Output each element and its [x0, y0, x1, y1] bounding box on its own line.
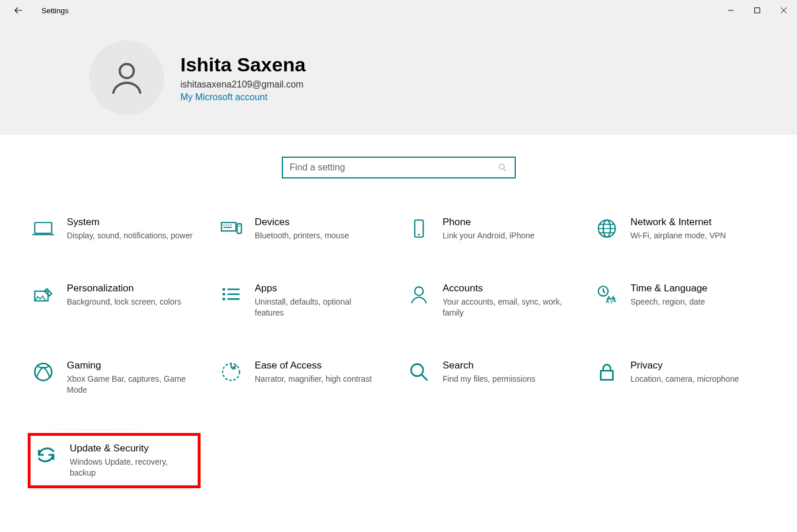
svg-point-18 — [35, 363, 51, 380]
tile-title: System — [67, 216, 192, 228]
svg-rect-0 — [755, 8, 760, 13]
phone-icon — [407, 216, 431, 241]
microsoft-account-link[interactable]: My Microsoft account — [180, 92, 305, 102]
tile-desc: Display, sound, notifications, power — [67, 230, 192, 241]
tile-title: Update & Security — [70, 443, 194, 454]
time-language-icon: A字 — [595, 283, 619, 307]
tile-desc: Speech, region, date — [630, 297, 708, 307]
paint-icon — [31, 283, 55, 307]
tile-desc: Bluetooth, printers, mouse — [255, 230, 349, 241]
tile-desc: Background, lock screen, colors — [67, 297, 181, 307]
svg-rect-13 — [222, 293, 225, 295]
tile-apps[interactable]: Apps Uninstall, defaults, optional featu… — [216, 279, 388, 322]
back-button[interactable] — [7, 0, 30, 21]
tile-search[interactable]: Search Find my files, permissions — [403, 356, 576, 399]
xbox-icon — [31, 360, 55, 384]
tile-time-language[interactable]: A字 Time & Language Speech, region, date — [591, 279, 764, 322]
search-icon — [497, 162, 508, 173]
tile-phone[interactable]: Phone Link your Android, iPhone — [403, 213, 576, 245]
tile-desc: Your accounts, email, sync, work, family — [443, 297, 569, 318]
svg-rect-21 — [601, 371, 613, 380]
minimize-icon — [727, 7, 734, 14]
tile-gaming[interactable]: Gaming Xbox Game Bar, captures, Game Mod… — [28, 356, 201, 399]
tile-update-security[interactable]: Update & Security Windows Update, recove… — [28, 433, 201, 488]
user-header: Ishita Saxena ishitasaxena2109@gmail.com… — [0, 21, 797, 135]
magnifier-icon — [407, 360, 431, 384]
tile-desc: Narrator, magnifier, high contrast — [255, 374, 372, 385]
person-icon — [107, 58, 147, 98]
tile-title: Personalization — [67, 283, 181, 294]
search-input[interactable] — [290, 162, 497, 173]
tile-privacy[interactable]: Privacy Location, camera, microphone — [591, 356, 764, 399]
list-icon — [219, 283, 243, 307]
svg-rect-3 — [35, 223, 51, 234]
tile-desc: Uninstall, defaults, optional features — [255, 297, 381, 318]
tile-title: Gaming — [67, 360, 194, 371]
svg-point-2 — [499, 164, 504, 169]
svg-point-8 — [418, 234, 420, 235]
ease-access-icon — [219, 360, 243, 384]
avatar[interactable] — [89, 40, 164, 115]
back-arrow-icon — [13, 5, 24, 16]
tile-network[interactable]: Network & Internet Wi-Fi, airplane mode,… — [591, 213, 764, 245]
globe-icon — [595, 216, 619, 241]
tile-personalization[interactable]: Personalization Background, lock screen,… — [28, 279, 201, 322]
settings-grid: System Display, sound, notifications, po… — [0, 213, 797, 488]
svg-rect-14 — [222, 298, 225, 300]
keyboard-icon — [219, 216, 243, 241]
maximize-icon — [754, 7, 761, 14]
user-icon — [407, 283, 431, 307]
lock-icon — [595, 360, 619, 384]
close-icon — [780, 7, 787, 14]
tile-desc: Find my files, permissions — [443, 374, 535, 385]
svg-text:A字: A字 — [606, 298, 614, 305]
tile-title: Ease of Access — [255, 360, 372, 371]
tile-title: Apps — [255, 283, 381, 294]
svg-rect-12 — [222, 288, 225, 290]
tile-ease-of-access[interactable]: Ease of Access Narrator, magnifier, high… — [216, 356, 388, 399]
minimize-button[interactable] — [717, 0, 744, 21]
tile-desc: Windows Update, recovery, backup — [70, 457, 194, 478]
maximize-button[interactable] — [744, 0, 770, 21]
laptop-icon — [31, 216, 55, 241]
tile-desc: Wi-Fi, airplane mode, VPN — [630, 230, 726, 241]
svg-point-6 — [239, 226, 240, 227]
svg-point-20 — [411, 364, 423, 376]
tile-desc: Xbox Game Bar, captures, Game Mode — [67, 374, 194, 396]
close-button[interactable] — [770, 0, 797, 21]
tile-title: Time & Language — [630, 283, 708, 294]
tile-desc: Link your Android, iPhone — [443, 230, 535, 241]
sync-icon — [34, 443, 58, 467]
tile-title: Accounts — [443, 283, 569, 294]
svg-point-15 — [415, 287, 424, 295]
titlebar: Settings — [0, 0, 797, 21]
tile-title: Search — [443, 360, 535, 371]
tile-accounts[interactable]: Accounts Your accounts, email, sync, wor… — [403, 279, 576, 322]
svg-rect-5 — [237, 224, 241, 234]
tile-title: Privacy — [630, 360, 739, 371]
user-name: Ishita Saxena — [180, 54, 305, 76]
tile-desc: Location, camera, microphone — [630, 374, 739, 385]
tile-title: Network & Internet — [630, 216, 726, 228]
svg-rect-4 — [221, 223, 236, 231]
app-title: Settings — [41, 6, 69, 15]
svg-point-1 — [120, 64, 134, 78]
tile-system[interactable]: System Display, sound, notifications, po… — [28, 213, 201, 245]
tile-devices[interactable]: Devices Bluetooth, printers, mouse — [216, 213, 388, 245]
search-row — [0, 135, 797, 213]
tile-title: Devices — [255, 216, 349, 228]
user-email: ishitasaxena2109@gmail.com — [180, 79, 305, 90]
search-field[interactable] — [282, 157, 516, 178]
tile-title: Phone — [443, 216, 535, 228]
